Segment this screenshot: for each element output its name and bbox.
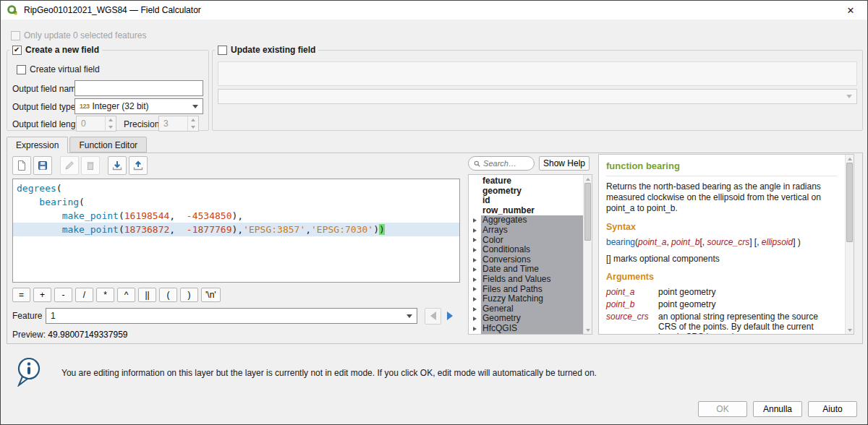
operator-button[interactable]: ^	[117, 288, 135, 302]
chevron-down-icon	[192, 105, 198, 108]
code-line[interactable]: bearing(	[13, 195, 459, 209]
argument-name: point_b	[606, 299, 658, 309]
output-field-length-spinner[interactable]: 0	[76, 116, 116, 132]
next-feature-button[interactable]	[441, 308, 458, 325]
import-expression-button[interactable]	[108, 156, 127, 175]
operator-button[interactable]: *	[96, 288, 114, 302]
syntax-token: ellipsoid	[762, 237, 793, 247]
function-group-item[interactable]: Geometry	[469, 314, 583, 324]
show-help-button[interactable]: Show Help	[539, 156, 590, 171]
function-group-item[interactable]: Aggregates	[469, 215, 583, 226]
expand-arrow-icon	[469, 317, 481, 321]
help-content: function bearing Returns the north-based…	[599, 155, 845, 334]
function-group-item[interactable]: Fields and Values	[469, 275, 583, 285]
scrollbar-thumb[interactable]	[584, 183, 591, 241]
argument-row: source_crsan optional string representin…	[606, 312, 838, 334]
search-input[interactable]	[483, 159, 529, 168]
scrollbar-up-button[interactable]	[584, 175, 592, 183]
code-token: -1877769	[187, 224, 232, 235]
function-list-scrollbar[interactable]	[583, 175, 592, 334]
new-expression-button[interactable]	[12, 156, 31, 175]
operator-button[interactable]: +	[33, 288, 51, 302]
scrollbar-down-button[interactable]	[846, 326, 854, 334]
save-expression-button[interactable]	[33, 156, 52, 175]
function-list-item[interactable]: id	[469, 196, 583, 206]
checkbox-label: Only update 0 selected features	[24, 30, 146, 40]
code-token	[17, 210, 62, 221]
save-icon	[37, 160, 48, 171]
function-group-item[interactable]: Files and Paths	[469, 285, 583, 295]
operator-button[interactable]: (	[159, 288, 177, 302]
export-expression-button[interactable]	[129, 156, 148, 175]
operator-button[interactable]: '\n'	[201, 288, 221, 302]
field-calculator-dialog: RipGeo01012021_WGS84 — Field Calculator …	[0, 0, 868, 425]
previous-feature-button[interactable]	[425, 308, 441, 325]
cancel-button[interactable]: Annulla	[753, 401, 802, 417]
create-new-field-checkbox[interactable]: Create a new field	[9, 45, 102, 55]
tab-expression[interactable]: Expression	[7, 137, 68, 153]
code-line[interactable]: degrees(	[13, 181, 459, 195]
tab-function-editor[interactable]: Function Editor	[69, 137, 147, 153]
output-field-name-input[interactable]	[75, 80, 203, 96]
scrollbar-track[interactable]	[846, 163, 854, 326]
delete-expression-button[interactable]	[81, 156, 100, 175]
scrollbar-up-button[interactable]	[846, 155, 854, 163]
operator-button[interactable]: )	[180, 288, 198, 302]
group-name: Fields and Values	[481, 275, 583, 285]
scrollbar-thumb[interactable]	[846, 163, 853, 242]
code-token: 'EPSG:3857'	[243, 224, 305, 235]
output-field-length-label: Output field length	[12, 119, 82, 129]
group-name: General	[481, 304, 583, 314]
code-token: bearing	[39, 197, 79, 207]
help-button[interactable]: Aiuto	[808, 401, 857, 417]
function-group-item[interactable]: Color	[469, 236, 583, 246]
code-token: (	[119, 224, 124, 235]
syntax-token: point_a	[638, 237, 666, 247]
checkbox-label: Create a new field	[25, 45, 99, 55]
operator-button[interactable]: -	[54, 288, 72, 302]
update-existing-field-checkbox[interactable]: Update existing field	[215, 45, 318, 55]
code-token: )	[373, 224, 379, 235]
scrollbar-down-button[interactable]	[584, 326, 592, 334]
operator-button[interactable]: =	[12, 288, 30, 302]
help-panel-scrollbar[interactable]	[845, 155, 854, 334]
code-line[interactable]: make_point(18736872, -1877769),'EPSG:385…	[13, 223, 459, 236]
operator-button[interactable]: /	[75, 288, 93, 302]
function-group-item[interactable]: General	[469, 304, 583, 314]
function-group-item[interactable]: Conditionals	[469, 245, 583, 255]
code-line[interactable]: make_point(16198544, -4534850),	[13, 209, 459, 223]
function-search-box[interactable]	[468, 156, 535, 171]
expression-editor[interactable]: degrees( bearing( make_point(16198544, -…	[12, 179, 460, 283]
function-group-item[interactable]: Fuzzy Matching	[469, 294, 583, 304]
syntax-token: ] [,	[749, 237, 762, 247]
syntax-heading: Syntax	[606, 222, 838, 232]
output-field-type-combobox[interactable]: 123 Integer (32 bit)	[75, 98, 203, 114]
precision-spinner[interactable]: 3	[158, 116, 199, 132]
code-token: -4534850	[187, 210, 232, 221]
edit-expression-button[interactable]	[60, 156, 79, 175]
operator-button[interactable]: ||	[138, 288, 156, 302]
only-update-checkbox[interactable]: Only update 0 selected features	[8, 30, 149, 40]
group-name: Conversions	[481, 255, 583, 265]
dialog-buttons: OK Annulla Aiuto	[698, 401, 857, 417]
group-name: Aggregates	[481, 215, 583, 226]
spinner-buttons[interactable]	[187, 116, 198, 131]
function-list-item[interactable]: geometry	[469, 186, 583, 197]
help-description: Returns the north-based bearing as the a…	[606, 181, 838, 214]
function-list-item[interactable]: row_number	[469, 206, 583, 216]
scrollbar-track[interactable]	[584, 183, 592, 326]
expand-arrow-icon	[469, 218, 481, 223]
function-group-item[interactable]: Date and Time	[469, 265, 583, 275]
function-group-item[interactable]: Conversions	[469, 255, 583, 265]
spin-down-icon	[109, 126, 113, 129]
close-button[interactable]: ✕	[840, 1, 861, 19]
function-group-item[interactable]: Arrays	[469, 226, 583, 236]
feature-combobox[interactable]: 1	[46, 308, 417, 324]
function-group-item[interactable]: HfcQGIS	[469, 324, 583, 334]
create-virtual-field-checkbox[interactable]: Create virtual field	[14, 64, 103, 74]
ok-button[interactable]: OK	[698, 401, 747, 417]
function-list-item[interactable]: feature	[469, 176, 583, 186]
export-up-arrow-icon	[132, 160, 144, 171]
edit-mode-message: You are editing information on this laye…	[61, 368, 597, 378]
spinner-buttons[interactable]	[105, 116, 116, 131]
